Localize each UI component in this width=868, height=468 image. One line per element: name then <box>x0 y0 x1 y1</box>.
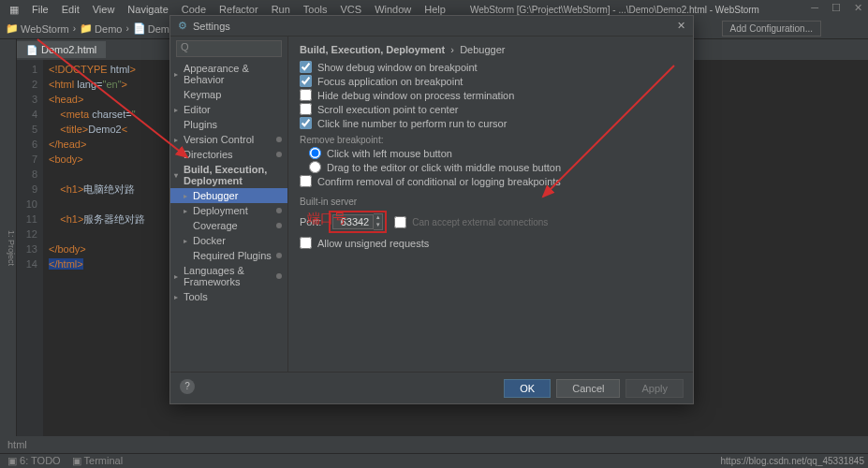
add-configuration-button[interactable]: Add Configuration... <box>722 21 821 37</box>
port-spinner[interactable]: ▲▼ <box>374 213 383 230</box>
radio-click-with-left-mouse-button[interactable]: Click with left mouse button <box>309 147 682 159</box>
tree-item-directories[interactable]: Directories <box>170 147 287 162</box>
builtin-server-label: Built-in server <box>300 197 682 207</box>
settings-breadcrumb: Build, Execution, Deployment › Debugger <box>300 44 682 55</box>
maximize-icon[interactable]: ☐ <box>831 2 841 14</box>
settings-search-input[interactable]: Q <box>176 40 282 57</box>
todo-tool[interactable]: ▣ 6: TODO <box>7 455 61 467</box>
tree-item-coverage[interactable]: Coverage <box>170 218 287 233</box>
menu-edit[interactable]: Edit <box>56 2 85 17</box>
unsigned-requests-checkbox[interactable]: Allow unsigned requests <box>300 237 682 249</box>
ok-button[interactable]: OK <box>504 379 551 398</box>
checkbox-click-line-number-to-perform-run-to-cursor[interactable]: Click line number to perform run to curs… <box>300 117 682 129</box>
tool-window-bar-left[interactable]: 1: Project <box>0 39 17 449</box>
annotation-port-label: 端口号 <box>307 211 346 227</box>
terminal-tool[interactable]: ▣ Terminal <box>72 455 123 467</box>
menu-navigate[interactable]: Navigate <box>122 2 173 17</box>
window-controls: ─ ☐ ✕ <box>811 2 862 14</box>
close-icon[interactable]: ✕ <box>854 2 862 14</box>
app-icon: ▦ <box>4 2 24 18</box>
settings-icon: ⚙ <box>178 20 187 32</box>
tree-item-plugins[interactable]: Plugins <box>170 117 287 132</box>
dialog-footer: ? OK Cancel Apply <box>170 372 693 403</box>
external-connections-checkbox[interactable]: Can accept external connections <box>394 216 548 228</box>
tree-item-tools[interactable]: ▸Tools <box>170 289 287 304</box>
tree-item-appearance-behavior[interactable]: ▸Appearance & Behavior <box>170 61 287 87</box>
watermark: https://blog.csdn.net/qq_45331845 <box>721 456 864 466</box>
checkbox-focus-application-on-breakpoint[interactable]: Focus application on breakpoint <box>300 75 682 87</box>
menu-file[interactable]: File <box>26 2 54 17</box>
settings-content: Build, Execution, Deployment › Debugger … <box>288 37 693 372</box>
tree-item-docker[interactable]: ▸Docker <box>170 233 287 248</box>
breadcrumb-folder[interactable]: 📁 Demo <box>80 22 122 35</box>
tree-item-languages-frameworks[interactable]: ▸Languages & Frameworks <box>170 263 287 289</box>
tree-item-version-control[interactable]: ▸Version Control <box>170 132 287 147</box>
tree-item-required-plugins[interactable]: Required Plugins <box>170 248 287 263</box>
checkbox-scroll-execution-point-to-center[interactable]: Scroll execution point to center <box>300 103 682 115</box>
dialog-titlebar: ⚙ Settings ✕ <box>170 16 693 37</box>
line-numbers: 1234567891011121314 <box>17 60 43 449</box>
status-bar: html <box>0 436 868 453</box>
tree-item-build-execution-deployment[interactable]: ▾Build, Execution, Deployment <box>170 162 287 188</box>
checkbox-hide-debug-window-on-process-termination[interactable]: Hide debug window on process termination <box>300 89 682 101</box>
settings-dialog: ⚙ Settings ✕ Q ▸Appearance & BehaviorKey… <box>169 15 694 404</box>
tree-item-debugger[interactable]: ▸Debugger <box>170 188 287 203</box>
tree-item-deployment[interactable]: ▸Deployment <box>170 203 287 218</box>
minimize-icon[interactable]: ─ <box>811 2 818 14</box>
apply-button[interactable]: Apply <box>625 379 684 398</box>
dialog-title: Settings <box>193 21 230 32</box>
cancel-button[interactable]: Cancel <box>556 379 620 398</box>
breadcrumb-root[interactable]: 📁 WebStorm <box>6 22 69 35</box>
confirm-removal-checkbox[interactable]: Confirm removal of conditional or loggin… <box>300 175 682 187</box>
tree-item-editor[interactable]: ▸Editor <box>170 102 287 117</box>
help-icon[interactable]: ? <box>180 379 195 394</box>
editor-tab-demo2[interactable]: 📄 Demo2.html <box>17 41 106 58</box>
checkbox-show-debug-window-on-breakpoint[interactable]: Show debug window on breakpoint <box>300 61 682 73</box>
dialog-close-icon[interactable]: ✕ <box>677 20 685 32</box>
settings-tree: Q ▸Appearance & BehaviorKeymap▸EditorPlu… <box>170 37 288 372</box>
radio-drag-to-the-editor-or-click-with-middle-mouse-button[interactable]: Drag to the editor or click with middle … <box>309 161 682 173</box>
remove-breakpoint-label: Remove breakpoint: <box>300 135 682 145</box>
menu-view[interactable]: View <box>87 2 121 17</box>
tree-item-keymap[interactable]: Keymap <box>170 87 287 102</box>
